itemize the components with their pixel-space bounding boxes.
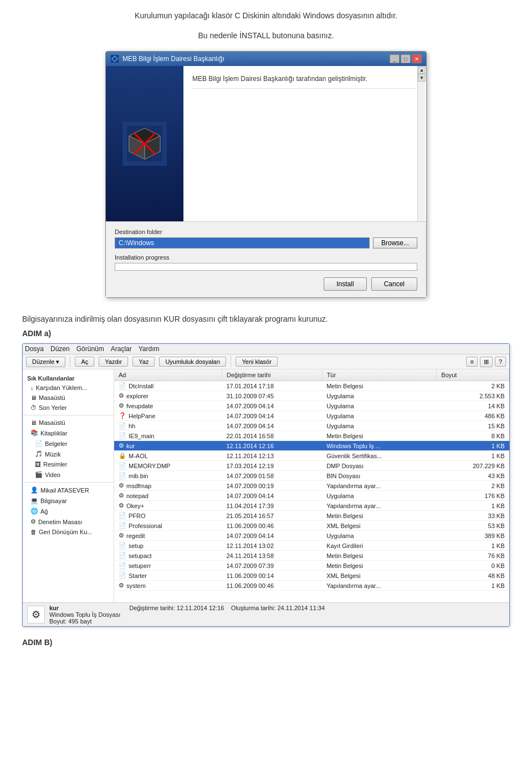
installer-logo [122, 121, 167, 166]
col-type[interactable]: Tür [322, 369, 437, 381]
nav-item-kitapliklar[interactable]: 📚 Kitaplıklar [23, 428, 114, 438]
table-row[interactable]: ⚙explorer 31.10.2009 07:45 Uygulama 2.55… [114, 391, 509, 401]
denetim-icon: ⚙ [30, 518, 36, 525]
menu-gorunum[interactable]: Görünüm [76, 345, 104, 353]
table-row[interactable]: ⚙notepad 14.07.2009 04:14 Uygulama 176 K… [114, 491, 509, 501]
menu-duzen[interactable]: Düzen [50, 345, 70, 353]
file-icon: 📄 [119, 552, 126, 559]
table-row[interactable]: ⚙system 11.06.2009 00:46 Yapılandırma ay… [114, 581, 509, 591]
status-file-icon: ⚙ [27, 606, 45, 623]
table-row[interactable]: 📄MEMORY.DMP 17.03.2014 12:19 DMP Dosyası… [114, 461, 509, 471]
scroll-up-btn[interactable]: ▲ [418, 66, 426, 74]
status-bar: ⚙ kur Windows Toplu İş Dosyası Boyut: 49… [23, 602, 509, 626]
toolbar-write-btn[interactable]: Yaz [132, 357, 155, 367]
maximize-btn[interactable]: □ [401, 54, 411, 63]
table-row[interactable]: 📄DtcInstall 17.01.2014 17:18 Metin Belge… [114, 381, 509, 391]
scroll-down-btn[interactable]: ▼ [418, 74, 426, 82]
explorer-window: Dosya Düzen Görünüm Araçlar Yardım Düzen… [22, 343, 510, 627]
toolbar-view-list-btn[interactable]: ≡ [466, 357, 477, 367]
file-icon: 📄 [119, 462, 126, 469]
installer-body-text: MEB Bilgi İşlem Dairesi Başkanlığı taraf… [192, 75, 415, 89]
col-name[interactable]: Ad [114, 369, 222, 381]
mikail-icon: 👤 [30, 486, 38, 494]
toolbar-sep-1 [70, 356, 70, 367]
table-row[interactable]: 📄Starter 11.06.2009 00:14 XML Belgesi 48… [114, 571, 509, 581]
table-row[interactable]: ❓HelpPane 14.07.2009 04:14 Uygulama 486 … [114, 411, 509, 421]
file-icon: ⚙ [119, 442, 124, 449]
toolbar-newfolder-btn[interactable]: Yeni klasör [236, 357, 277, 367]
nav-item-video[interactable]: 🎬 Video [23, 469, 114, 480]
nav-item-bilgisayar[interactable]: 💻 Bilgisayar [23, 495, 114, 506]
file-icon: ⚙ [119, 502, 124, 509]
table-row[interactable]: 📄hh 14.07.2009 04:14 Uygulama 15 KB [114, 421, 509, 431]
menu-dosya[interactable]: Dosya [25, 345, 44, 353]
menu-yardim[interactable]: Yardım [139, 345, 160, 353]
table-row[interactable]: ⚙fveupdate 14.07.2009 04:14 Uygulama 14 … [114, 401, 509, 411]
content-pane: Ad Değiştirme tarihi Tür Boyut 📄DtcInsta… [114, 369, 509, 602]
status-dates: Değiştirme tarihi: 12.11.2014 12:16 Oluş… [129, 605, 325, 625]
toolbar-view-icons-btn[interactable]: ⊞ [480, 357, 493, 367]
geri-icon: 🗑 [30, 529, 37, 535]
nav-item-denetim[interactable]: ⚙ Denetim Masası [23, 516, 114, 527]
file-icon: ⚙ [119, 402, 124, 409]
toolbar-compat-btn[interactable]: Uyumluluk dosyaları [159, 357, 226, 367]
dest-path-input[interactable] [115, 237, 370, 248]
nav-divider-2 [23, 482, 114, 483]
step-a-label: ADIM a) [22, 329, 510, 338]
toolbar-sep-2 [231, 356, 231, 367]
close-btn[interactable]: ✕ [412, 54, 422, 63]
table-row[interactable]: 📄setup 12.11.2014 13:02 Kayıt Girdileri … [114, 541, 509, 551]
status-size: Boyut: 495 bayt [49, 618, 120, 625]
table-row[interactable]: ⚙msdfmap 14.07.2009 00:19 Yapılandırma a… [114, 481, 509, 491]
menu-araclar[interactable]: Araçlar [111, 345, 132, 353]
installer-titlebar: MEB Bilgi İşlem Dairesi Başkanlığı _ □ ✕ [106, 52, 426, 66]
masaustu-fav-icon: 🖥 [30, 394, 37, 401]
table-row[interactable]: 📄IE9_main 22.01.2014 16:58 Metin Belgesi… [114, 431, 509, 441]
toolbar-help-btn[interactable]: ? [495, 357, 506, 367]
nav-item-resimler[interactable]: 🖼 Resimler [23, 459, 114, 469]
explorer-main: Sık Kullanılanlar ↓ Karşıdan Yüklem... 🖥… [23, 369, 509, 602]
minimize-btn[interactable]: _ [390, 54, 400, 63]
intro-line2: Bu nedenle İNSTALL butonuna basınız. [22, 31, 510, 40]
file-icon: ⚙ [119, 492, 124, 499]
table-row[interactable]: 📄mib.bin 14.07.2009 01:58 BIN Dosyası 43… [114, 471, 509, 481]
col-size[interactable]: Boyut [437, 369, 509, 381]
nav-item-sonyerler[interactable]: ⏱ Son Yerler [23, 403, 114, 413]
table-row[interactable]: 🔒M-AOL 12.11.2014 12:13 Güvenlik Sertifi… [114, 451, 509, 461]
status-filename: kur [49, 605, 120, 611]
file-icon: ⚙ [119, 482, 124, 489]
browse-button[interactable]: Browse... [373, 237, 417, 248]
install-button[interactable]: Install [324, 277, 366, 291]
file-icon: 📄 [119, 562, 126, 569]
file-icon: 🔒 [119, 452, 126, 459]
table-row[interactable]: ⚙kur 12.11.2014 12:16 Windows Toplu İş .… [114, 441, 509, 451]
sonyerler-icon: ⏱ [30, 404, 37, 411]
progress-label: Installation progress [115, 254, 417, 261]
nav-item-mikail[interactable]: 👤 Mikail ATASEVER [23, 485, 114, 495]
file-icon: ⚙ [119, 532, 124, 539]
nav-item-karsidan[interactable]: ↓ Karşıdan Yüklem... [23, 383, 114, 393]
cancel-button[interactable]: Cancel [371, 277, 417, 291]
nav-item-masaustu-fav[interactable]: 🖥 Masaüstü [23, 393, 114, 403]
table-row[interactable]: 📄setupact 24.11.2014 13:58 Metin Belgesi… [114, 551, 509, 561]
col-date[interactable]: Değiştirme tarihi [222, 369, 322, 381]
table-row[interactable]: ⚙Okey+ 11.04.2014 17:39 Yapılandırma aya… [114, 501, 509, 511]
installer-footer: Destination folder Browse... Installatio… [106, 222, 426, 297]
table-row[interactable]: 📄setuperr 14.07.2009 07:39 Metin Belgesi… [114, 561, 509, 571]
toolbar-organize-btn[interactable]: Düzenle ▾ [26, 357, 65, 367]
nav-item-ag[interactable]: 🌐 Ağ [23, 506, 114, 516]
nav-item-geri[interactable]: 🗑 Geri Dönüşüm Ku... [23, 527, 114, 537]
table-row[interactable]: 📄PFRO 21.05.2014 16:57 Metin Belgesi 33 … [114, 511, 509, 521]
nav-item-belgeler[interactable]: 📄 Belgeler [23, 438, 114, 449]
masaustu-icon: 🖥 [30, 419, 37, 426]
table-row[interactable]: 📄Professional 11.06.2009 00:46 XML Belge… [114, 521, 509, 531]
file-icon: 📄 [119, 472, 126, 479]
status-type: Windows Toplu İş Dosyası [49, 611, 120, 618]
nav-item-muzik[interactable]: 🎵 Müzik [23, 449, 114, 459]
nav-item-masaustu[interactable]: 🖥 Masaüstü [23, 418, 114, 428]
toolbar-open-btn[interactable]: Aç [75, 357, 94, 367]
toolbar-print-btn[interactable]: Yazdır [99, 357, 128, 367]
progress-bar [115, 263, 417, 271]
explorer-toolbar: Düzenle ▾ Aç Yazdır Yaz Uyumluluk dosyal… [23, 354, 509, 369]
table-row[interactable]: ⚙regedit 14.07.2009 04:14 Uygulama 389 K… [114, 531, 509, 541]
